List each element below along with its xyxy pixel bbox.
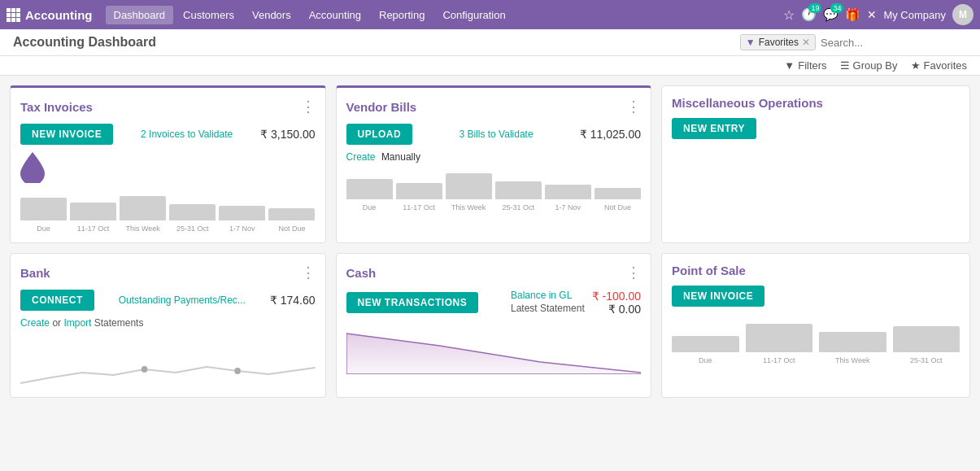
bank-create-link[interactable]: Create bbox=[20, 317, 50, 329]
bar-group-notdue: Not Due bbox=[268, 208, 315, 233]
menu-configuration[interactable]: Configuration bbox=[434, 6, 513, 24]
cash-menu[interactable]: ⋮ bbox=[626, 264, 641, 281]
bank-info-row: CONNECT Outstanding Payments/Rec... ₹ 17… bbox=[20, 290, 316, 311]
top-menu: Dashboard Customers Vendors Accounting R… bbox=[106, 6, 781, 24]
vb-bar-l-nov1: 1-7 Nov bbox=[555, 203, 581, 212]
star-icon[interactable]: ☆ bbox=[783, 7, 795, 23]
favorites-filter-tag[interactable]: ▼ Favorites ✕ bbox=[740, 34, 816, 50]
filters-button[interactable]: ▼ Filters bbox=[784, 59, 826, 72]
vb-bar-nov1: 1-7 Nov bbox=[545, 185, 591, 212]
vb-bar-h-thisweek bbox=[446, 173, 492, 199]
tax-invoices-card: Tax Invoices ⋮ NEW INVOICE 2 Invoices to… bbox=[10, 85, 326, 243]
bar-notdue bbox=[268, 208, 315, 220]
bank-menu[interactable]: ⋮ bbox=[301, 264, 316, 281]
create-manually-row: Create Manually bbox=[346, 151, 642, 163]
app-logo[interactable]: Accounting bbox=[7, 8, 93, 22]
group-by-button[interactable]: ☰ Group By bbox=[840, 59, 898, 72]
vb-bar-h-notdue bbox=[595, 188, 641, 199]
menu-customers[interactable]: Customers bbox=[175, 6, 242, 24]
tax-invoices-amount: ₹ 3,150.00 bbox=[260, 128, 315, 141]
cash-card: Cash ⋮ NEW TRANSACTIONS Balance in GL ₹ … bbox=[336, 253, 652, 398]
topnav-right: ☆ 🕐19 💬34 🎁 ✕ My Company M bbox=[783, 4, 973, 25]
chat-badge: 34 bbox=[830, 3, 843, 13]
close-icon[interactable]: ✕ bbox=[867, 8, 877, 21]
grid-icon bbox=[7, 8, 20, 22]
clock-icon[interactable]: 🕐19 bbox=[801, 7, 817, 22]
svg-point-1 bbox=[234, 368, 241, 374]
clock-badge: 19 bbox=[808, 3, 821, 13]
company-name[interactable]: My Company bbox=[883, 9, 946, 21]
bank-amount: ₹ 174.60 bbox=[270, 294, 316, 307]
tax-invoices-menu[interactable]: ⋮ bbox=[301, 98, 316, 116]
bar-label-due: Due bbox=[37, 225, 50, 233]
invoices-to-validate-link[interactable]: 2 Invoices to Validate bbox=[141, 129, 233, 140]
bank-import-link[interactable]: Import bbox=[63, 317, 91, 329]
connect-button[interactable]: CONNECT bbox=[20, 290, 94, 311]
bills-to-validate-link[interactable]: 3 Bills to Validate bbox=[459, 129, 533, 140]
avatar[interactable]: M bbox=[952, 4, 973, 25]
new-transactions-button[interactable]: NEW TRANSACTIONS bbox=[346, 292, 479, 313]
outstanding-payments-link[interactable]: Outstanding Payments/Rec... bbox=[119, 294, 246, 306]
bar-oct11 bbox=[70, 203, 116, 220]
pos-new-invoice-button[interactable]: NEW INVOICE bbox=[672, 286, 764, 307]
pos-bar-l-thisweek: This Week bbox=[835, 356, 869, 364]
menu-reporting[interactable]: Reporting bbox=[371, 6, 433, 24]
bar-group-oct11: 11-17 Oct bbox=[70, 203, 116, 233]
misc-operations-card: Miscellaneous Operations NEW ENTRY bbox=[661, 85, 970, 243]
filter-tag-close[interactable]: ✕ bbox=[802, 37, 810, 48]
filter-icon: ▼ bbox=[784, 59, 795, 72]
bar-group-due: Due bbox=[20, 198, 67, 233]
favorites-button[interactable]: ★ Favorites bbox=[911, 59, 967, 72]
filters-label: Filters bbox=[798, 59, 826, 72]
create-link[interactable]: Create bbox=[346, 151, 376, 163]
balance-in-gl-link[interactable]: Balance in GL bbox=[511, 290, 572, 303]
new-invoice-button[interactable]: NEW INVOICE bbox=[20, 124, 113, 145]
search-input[interactable] bbox=[821, 37, 967, 49]
droplet-icon bbox=[20, 151, 45, 184]
svg-marker-2 bbox=[346, 334, 642, 374]
bank-title: Bank bbox=[20, 266, 50, 280]
vb-bar-h-oct11 bbox=[396, 183, 442, 199]
pos-bar-thisweek: This Week bbox=[819, 332, 886, 364]
new-entry-button[interactable]: NEW ENTRY bbox=[672, 118, 756, 139]
subheader: Accounting Dashboard ▼ Favorites ✕ bbox=[0, 29, 980, 56]
bar-label-oct11: 11-17 Oct bbox=[77, 225, 110, 233]
menu-accounting[interactable]: Accounting bbox=[301, 6, 369, 24]
point-of-sale-card: Point of Sale NEW INVOICE Due 11-17 Oct … bbox=[661, 253, 970, 398]
bank-card: Bank ⋮ CONNECT Outstanding Payments/Rec.… bbox=[10, 253, 326, 398]
vb-bar-l-notdue: Not Due bbox=[604, 203, 631, 212]
pos-bar-h-due bbox=[672, 336, 739, 352]
menu-vendors[interactable]: Vendors bbox=[244, 6, 299, 24]
vb-bar-l-due: Due bbox=[363, 203, 377, 212]
bank-create-row: Create or Import Statements bbox=[20, 317, 316, 329]
bar-group-nov1: 1-7 Nov bbox=[219, 206, 265, 233]
vb-bar-l-oct11: 11-17 Oct bbox=[403, 203, 435, 212]
bar-oct25 bbox=[169, 204, 216, 220]
tax-invoices-header: Tax Invoices ⋮ bbox=[20, 98, 316, 116]
bar-label-thisweek: This Week bbox=[126, 225, 160, 233]
vendor-bills-amount: ₹ 11,025.00 bbox=[580, 128, 641, 141]
bar-group-oct25: 25-31 Oct bbox=[169, 204, 216, 233]
cash-info-row: NEW TRANSACTIONS Balance in GL ₹ -100.00… bbox=[346, 290, 642, 316]
pos-header: Point of Sale bbox=[672, 264, 960, 277]
cash-balance-row: Balance in GL ₹ -100.00 bbox=[511, 290, 641, 303]
bank-or-text: or bbox=[52, 317, 61, 329]
page-title: Accounting Dashboard bbox=[13, 35, 156, 50]
misc-operations-header: Miscellaneous Operations bbox=[672, 96, 960, 110]
latest-statement-label: Latest Statement bbox=[511, 303, 585, 316]
gift-icon[interactable]: 🎁 bbox=[845, 7, 860, 22]
pos-bar-chart: Due 11-17 Oct This Week 25-31 Oct bbox=[672, 320, 960, 364]
group-by-label: Group By bbox=[853, 59, 898, 72]
vendor-bills-info-row: UPLOAD 3 Bills to Validate ₹ 11,025.00 bbox=[346, 124, 642, 145]
star-filter-icon: ★ bbox=[911, 59, 921, 72]
vendor-bills-menu[interactable]: ⋮ bbox=[626, 98, 641, 116]
vb-bar-h-nov1 bbox=[545, 185, 591, 199]
filter-row: ▼ Filters ☰ Group By ★ Favorites bbox=[0, 56, 980, 76]
bar-due bbox=[20, 198, 67, 220]
vb-bar-h-oct25 bbox=[495, 181, 542, 199]
upload-button[interactable]: UPLOAD bbox=[346, 124, 413, 145]
group-by-icon: ☰ bbox=[840, 59, 850, 72]
chat-icon[interactable]: 💬34 bbox=[823, 7, 838, 22]
menu-dashboard[interactable]: Dashboard bbox=[106, 6, 174, 24]
tax-invoices-bar-chart: Due 11-17 Oct This Week 25-31 Oct 1-7 No… bbox=[20, 192, 316, 233]
